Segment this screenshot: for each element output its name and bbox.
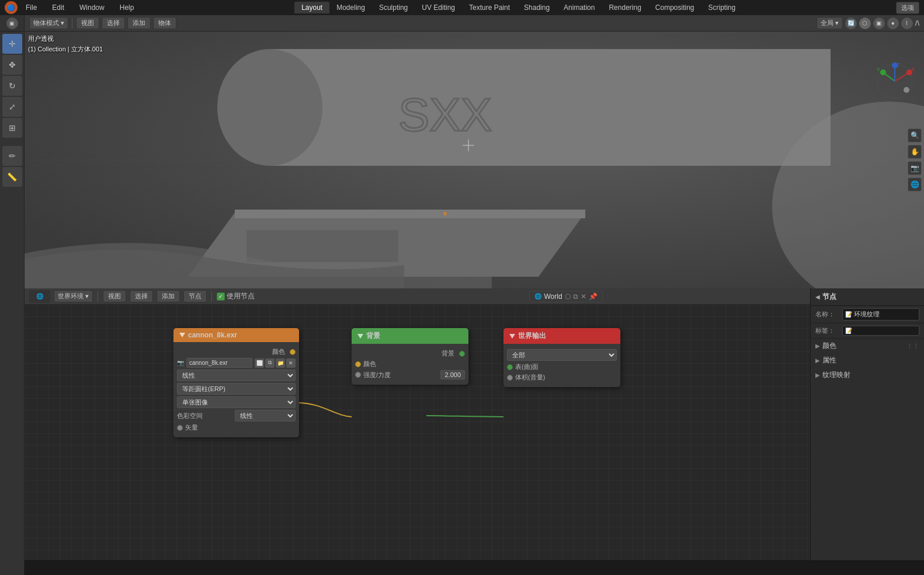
viewport-mode-icon[interactable]: ▣ xyxy=(6,18,18,29)
node-select-menu[interactable]: 选择 xyxy=(130,290,153,302)
tab-scripting[interactable]: Scripting xyxy=(701,2,743,13)
panel-properties-section[interactable]: ▶ 属性 xyxy=(811,353,924,368)
texture-colorspace-label: 色彩空间 xyxy=(177,412,232,420)
select-menu[interactable]: 选择 xyxy=(102,17,125,29)
pan-icon[interactable]: ✋ xyxy=(908,145,922,159)
node-editor-toolbar: 🌐 世界环境 ▾ 视图 选择 添加 节点 ✓ 使用节点 xyxy=(25,288,924,305)
texture-dropdown3-row[interactable]: 单张图像 xyxy=(177,396,296,408)
tab-sculpting[interactable]: Sculpting xyxy=(372,2,415,13)
globe-icon[interactable]: 🌐 xyxy=(908,177,922,191)
nav-window[interactable]: Window xyxy=(72,2,112,13)
node-view-menu[interactable]: 视图 xyxy=(103,290,126,302)
file-open-icon[interactable]: 📁 xyxy=(276,358,285,368)
tex-mapping-expand-icon: ▶ xyxy=(815,372,820,378)
name-label: 名称： xyxy=(815,310,839,319)
node-connections-svg xyxy=(25,305,924,575)
texture-vector-row: 矢量 xyxy=(177,423,296,432)
texture-file-input[interactable]: cannon_8k.exr xyxy=(186,358,252,368)
texture-projection-dropdown[interactable]: 等距圆柱(ERP) xyxy=(177,383,296,395)
close-world-icon[interactable]: ✕ xyxy=(581,292,586,301)
global-dropdown[interactable]: 全局 ▾ xyxy=(817,17,843,29)
bg-strength-label: 强度/力度 xyxy=(363,371,438,379)
viewport-collection-info: (1) Collection | 立方体.001 xyxy=(28,44,103,55)
wo-all-row[interactable]: 全部 xyxy=(507,349,617,361)
texture-file-icons: ⬜ ⧉ 📁 ✕ xyxy=(255,358,296,368)
camera-icon[interactable]: 📷 xyxy=(908,161,922,175)
node-editor-mode-icon[interactable]: 🌐 xyxy=(29,290,50,303)
panel-texture-mapping-section[interactable]: ▶ 纹理映射 xyxy=(811,368,924,382)
tab-texture-paint[interactable]: Texture Paint xyxy=(462,2,517,13)
world-env-dropdown[interactable]: 世界环境 ▾ xyxy=(54,290,93,302)
svg-marker-9 xyxy=(235,210,585,218)
tab-shading[interactable]: Shading xyxy=(517,2,557,13)
file-browse-icon[interactable]: ⬜ xyxy=(255,358,264,368)
texture-linear-dropdown[interactable]: 线性 xyxy=(177,370,296,381)
wo-volume-row: 体积(音量) xyxy=(507,373,617,382)
copy-icon[interactable]: ⧉ xyxy=(573,292,578,301)
nav-edit[interactable]: Edit xyxy=(45,2,71,13)
viewport-shading-icon1[interactable]: 🔄 xyxy=(845,18,857,29)
viewport-overlay-icon[interactable]: ⌇ xyxy=(901,18,913,29)
pin-icon[interactable]: 📌 xyxy=(589,292,598,301)
texture-dropdown2-row[interactable]: 等距圆柱(ERP) xyxy=(177,383,296,395)
object-mode-dropdown[interactable]: 物体模式 ▾ xyxy=(29,17,68,29)
node-name-value: 环境纹理 xyxy=(854,310,880,319)
node-editor-canvas[interactable]: cannon_8k.exr 颜色 📷 cann xyxy=(25,305,924,575)
tool-move[interactable]: ✥ xyxy=(2,55,22,75)
tab-modeling[interactable]: Modeling xyxy=(329,2,372,13)
tab-rendering[interactable]: Rendering xyxy=(602,2,648,13)
world-output-node-body: 全部 表(曲)面 体积(音量) xyxy=(503,344,620,387)
options-button[interactable]: 选项 xyxy=(896,2,919,14)
texture-node[interactable]: cannon_8k.exr 颜色 📷 cann xyxy=(173,328,299,437)
top-nav-bar: 🔵 File Edit Window Help Layout Modeling … xyxy=(0,0,924,15)
viewport-num-icon[interactable]: /\ xyxy=(915,19,919,27)
texture-source-dropdown[interactable]: 单张图像 xyxy=(177,396,296,408)
bg-output-socket xyxy=(459,351,465,357)
tab-uv-editing[interactable]: UV Editing xyxy=(415,2,462,13)
texture-file-row[interactable]: 📷 cannon_8k.exr ⬜ ⧉ 📁 ✕ xyxy=(177,358,296,368)
nav-file[interactable]: File xyxy=(19,2,44,13)
color-expand-icon: ▶ xyxy=(815,343,820,349)
tool-scale[interactable]: ⤢ xyxy=(2,97,22,117)
world-output-node[interactable]: 世界输出 全部 表(曲)面 xyxy=(503,328,620,387)
node-name-input[interactable]: 📝 环境纹理 xyxy=(842,308,919,320)
zoom-icon[interactable]: 🔍 xyxy=(908,128,922,142)
tool-rotate[interactable]: ↻ xyxy=(2,76,22,96)
view-menu[interactable]: 视图 xyxy=(76,17,99,29)
svg-point-23 xyxy=(904,87,909,93)
tab-animation[interactable]: Animation xyxy=(557,2,602,13)
texture-color-label: 颜色 xyxy=(232,347,286,356)
texture-colorspace-dropdown[interactable]: 线性 xyxy=(235,410,296,421)
node-node-menu[interactable]: 节点 xyxy=(183,290,207,302)
tool-measure[interactable]: 📏 xyxy=(2,167,22,187)
blender-logo[interactable]: 🔵 xyxy=(5,1,18,14)
viewport-shading-icon4[interactable]: ● xyxy=(887,18,899,29)
tag-label: 标签： xyxy=(815,326,839,335)
wo-node-triangle xyxy=(509,334,515,339)
node-tag-input[interactable]: 📝 xyxy=(842,326,919,336)
wo-target-dropdown[interactable]: 全部 xyxy=(507,349,617,361)
bg-strength-value[interactable]: 2.000 xyxy=(440,370,465,379)
viewport-3d[interactable]: SXX 用户透视 (1) Collection | 立 xyxy=(25,32,924,288)
tool-transform[interactable]: ⊞ xyxy=(2,118,22,138)
use-nodes-checkbox[interactable]: ✓ 使用节点 xyxy=(217,291,255,301)
background-node[interactable]: 背景 背景 颜色 xyxy=(352,328,468,385)
file-close-icon[interactable]: ✕ xyxy=(286,358,296,368)
wo-surface-row: 表(曲)面 xyxy=(507,363,617,371)
tool-annotate[interactable]: ✏ xyxy=(2,146,22,166)
viewport-shading-icon3[interactable]: ▣ xyxy=(873,18,885,29)
texture-dropdown1-row[interactable]: 线性 xyxy=(177,370,296,381)
color-options-icon[interactable]: ⋮⋮ xyxy=(906,343,919,350)
object-menu[interactable]: 物体 xyxy=(153,17,176,29)
tool-cursor[interactable]: ✛ xyxy=(2,34,22,54)
viewport-shading-icon2[interactable]: ⬡ xyxy=(859,18,871,29)
viewport-gizmo[interactable]: X Y Z xyxy=(874,61,915,102)
nav-help[interactable]: Help xyxy=(113,2,141,13)
node-add-menu[interactable]: 添加 xyxy=(157,290,180,302)
add-menu[interactable]: 添加 xyxy=(127,17,151,29)
tab-layout[interactable]: Layout xyxy=(294,2,329,13)
file-copy-icon[interactable]: ⧉ xyxy=(265,358,275,368)
panel-color-section[interactable]: ▶ 颜色 ⋮⋮ xyxy=(811,339,924,353)
svg-rect-3 xyxy=(270,49,831,166)
tab-compositing[interactable]: Compositing xyxy=(648,2,701,13)
